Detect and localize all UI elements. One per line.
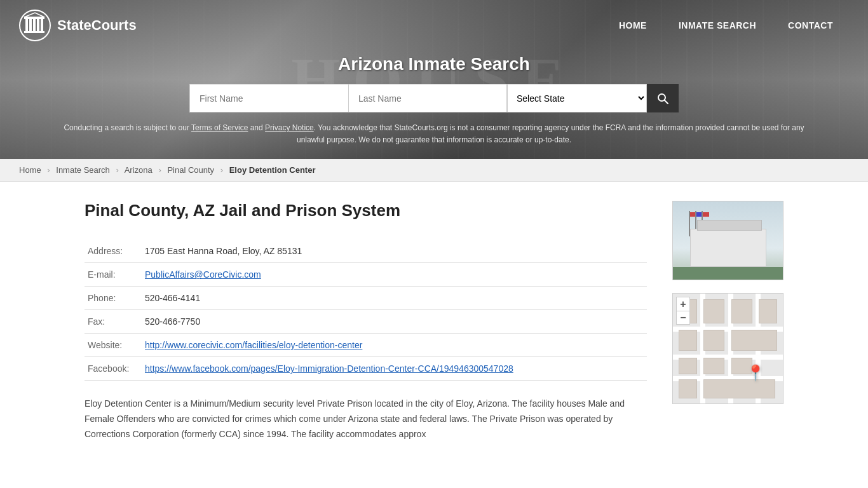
nav-contact[interactable]: CONTACT	[772, 14, 849, 37]
map-block-9	[703, 358, 724, 374]
map-block-5	[679, 330, 697, 351]
svg-line-10	[665, 100, 668, 104]
fax-value: 520-466-7750	[142, 310, 647, 334]
table-row: Website: http://www.corecivic.com/facili…	[85, 334, 647, 357]
map-controls: + −	[676, 297, 690, 325]
svg-rect-2	[29, 19, 32, 32]
table-row: Phone: 520-466-4141	[85, 287, 647, 310]
facility-description: Eloy Detention Center is a Minimum/Mediu…	[85, 396, 647, 442]
table-row: Facebook: https://www.facebook.com/pages…	[85, 357, 647, 381]
main-content: Pinal County, AZ Jail and Prison System …	[59, 182, 809, 461]
logo-text: StateCourts	[57, 17, 137, 34]
table-row: Address: 1705 East Hanna Road, Eloy, AZ …	[85, 240, 647, 263]
breadcrumb: Home › Inmate Search › Arizona › Pinal C…	[0, 159, 868, 182]
breadcrumb-home[interactable]: Home	[19, 165, 41, 175]
map-block-3	[731, 299, 752, 323]
building-simulation	[690, 229, 766, 267]
state-select[interactable]: Select State Alabama Alaska Arizona Arka…	[507, 84, 647, 112]
svg-rect-3	[33, 19, 36, 32]
search-bar-area: Select State Alabama Alaska Arizona Arka…	[0, 84, 868, 122]
svg-marker-8	[24, 13, 44, 17]
table-row: Fax: 520-466-7750	[85, 310, 647, 334]
address-label: Address:	[85, 240, 142, 263]
map-container: + −	[672, 293, 783, 404]
search-button[interactable]	[647, 84, 679, 112]
email-value: PublicAffairs@CoreCivic.com	[142, 263, 647, 287]
logo-icon	[19, 10, 51, 41]
table-row: E-mail: PublicAffairs@CoreCivic.com	[85, 263, 647, 287]
facility-title: Pinal County, AZ Jail and Prison System	[85, 201, 647, 220]
facebook-link[interactable]: https://www.facebook.com/pages/Eloy-Immi…	[145, 363, 513, 374]
breadcrumb-inmate-search[interactable]: Inmate Search	[56, 165, 110, 175]
email-label: E-mail:	[85, 263, 142, 287]
top-navigation: StateCourts HOME INMATE SEARCH CONTACT	[0, 0, 868, 51]
map-block-2	[703, 299, 724, 323]
facebook-value: https://www.facebook.com/pages/Eloy-Immi…	[142, 357, 647, 381]
nav-home[interactable]: HOME	[603, 14, 663, 37]
breadcrumb-state[interactable]: Arizona	[125, 165, 153, 175]
svg-rect-1	[25, 19, 28, 32]
facebook-label: Facebook:	[85, 357, 142, 381]
breadcrumb-sep-3: ›	[158, 165, 161, 175]
website-link[interactable]: http://www.corecivic.com/facilities/eloy…	[145, 340, 362, 350]
address-value: 1705 East Hanna Road, Eloy, AZ 85131	[142, 240, 647, 263]
email-link[interactable]: PublicAffairs@CoreCivic.com	[145, 269, 261, 280]
info-table: Address: 1705 East Hanna Road, Eloy, AZ …	[85, 240, 647, 381]
map-zoom-in[interactable]: +	[676, 297, 690, 311]
map-block-12	[703, 379, 775, 398]
disclaimer-area: Conducting a search is subject to our Te…	[0, 122, 868, 159]
breadcrumb-county[interactable]: Pinal County	[167, 165, 214, 175]
content-left: Pinal County, AZ Jail and Prison System …	[85, 201, 647, 442]
terms-link[interactable]: Terms of Service	[191, 123, 248, 132]
header: HOUSE StateCourts HOME	[0, 0, 868, 159]
header-title-area: Arizona Inmate Search	[0, 51, 868, 84]
last-name-input[interactable]	[348, 84, 507, 112]
content-right: + −	[672, 201, 783, 404]
page-title: Arizona Inmate Search	[0, 54, 868, 74]
phone-value: 520-466-4141	[142, 287, 647, 310]
svg-rect-5	[41, 19, 43, 32]
nav-inmate-search[interactable]: INMATE SEARCH	[663, 14, 772, 37]
map-block-4	[759, 299, 777, 323]
map-block-6	[703, 330, 724, 351]
privacy-link[interactable]: Privacy Notice	[265, 123, 314, 132]
map-block-8	[679, 358, 697, 374]
search-icon	[656, 92, 669, 105]
content-wrapper: Pinal County, AZ Jail and Prison System …	[85, 201, 783, 442]
website-label: Website:	[85, 334, 142, 357]
breadcrumb-sep-2: ›	[116, 165, 118, 175]
first-name-input[interactable]	[189, 84, 348, 112]
map-pin: 📍	[746, 364, 765, 382]
website-value: http://www.corecivic.com/facilities/eloy…	[142, 334, 647, 357]
svg-rect-6	[24, 31, 44, 33]
breadcrumb-current: Eloy Detention Center	[229, 165, 316, 175]
map-block-11	[679, 379, 697, 398]
photo-grass	[673, 267, 783, 280]
map-zoom-out[interactable]: −	[676, 311, 690, 325]
facility-photo	[672, 201, 783, 280]
breadcrumb-sep-1: ›	[47, 165, 50, 175]
svg-rect-4	[37, 19, 39, 32]
phone-label: Phone:	[85, 287, 142, 310]
map-block-7	[731, 330, 778, 351]
fax-label: Fax:	[85, 310, 142, 334]
nav-links: HOME INMATE SEARCH CONTACT	[603, 14, 849, 37]
breadcrumb-sep-4: ›	[220, 165, 223, 175]
logo-area: StateCourts	[19, 10, 137, 41]
